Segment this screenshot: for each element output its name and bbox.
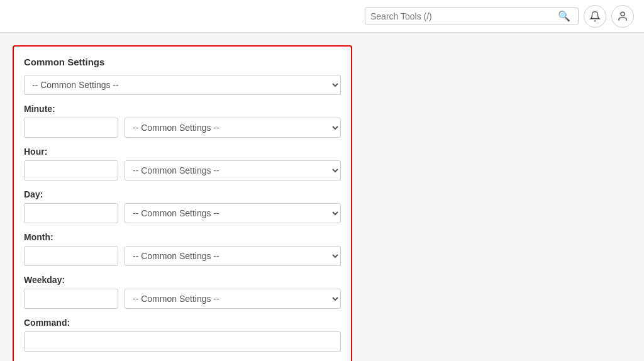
month-label: Month: [24,232,341,242]
cron-form-panel: Common Settings -- Common Settings -- Mi… [13,45,352,361]
weekday-select[interactable]: -- Common Settings -- [125,289,341,309]
weekday-label: Weekday: [24,275,341,285]
weekday-row: -- Common Settings -- [24,289,341,309]
hour-select[interactable]: -- Common Settings -- [125,160,341,181]
minute-input[interactable] [24,118,118,138]
main-content: Common Settings -- Common Settings -- Mi… [0,33,644,361]
day-select[interactable]: -- Common Settings -- [125,203,341,223]
month-row: -- Common Settings -- [24,246,341,266]
minute-row: -- Common Settings -- [24,118,341,138]
search-input[interactable] [370,11,555,21]
weekday-input[interactable] [24,289,118,309]
day-group: Day: -- Common Settings -- [24,189,341,223]
svg-point-0 [621,12,625,16]
header: 🔍 [0,0,644,33]
form-panel: Common Settings -- Common Settings -- Mi… [13,45,352,361]
hour-row: -- Common Settings -- [24,160,341,181]
weekday-group: Weekday: -- Common Settings -- [24,275,341,309]
search-button[interactable]: 🔍 [555,10,573,22]
hour-label: Hour: [24,147,341,157]
month-select[interactable]: -- Common Settings -- [125,246,341,266]
minute-label: Minute: [24,104,341,114]
notification-bell-button[interactable] [584,5,606,28]
form-title: Common Settings [24,57,341,67]
hour-group: Hour: -- Common Settings -- [24,147,341,181]
minute-select[interactable]: -- Common Settings -- [125,118,341,138]
day-label: Day: [24,189,341,199]
hour-input[interactable] [24,160,118,181]
top-common-settings-select[interactable]: -- Common Settings -- [24,75,341,95]
month-input[interactable] [24,246,118,266]
user-profile-button[interactable] [611,5,634,28]
command-label: Command: [24,318,341,328]
month-group: Month: -- Common Settings -- [24,232,341,266]
day-input[interactable] [24,203,118,223]
search-container: 🔍 [365,7,579,25]
minute-group: Minute: -- Common Settings -- [24,104,341,138]
command-group: Command: [24,318,341,352]
day-row: -- Common Settings -- [24,203,341,223]
command-input[interactable] [24,331,341,352]
